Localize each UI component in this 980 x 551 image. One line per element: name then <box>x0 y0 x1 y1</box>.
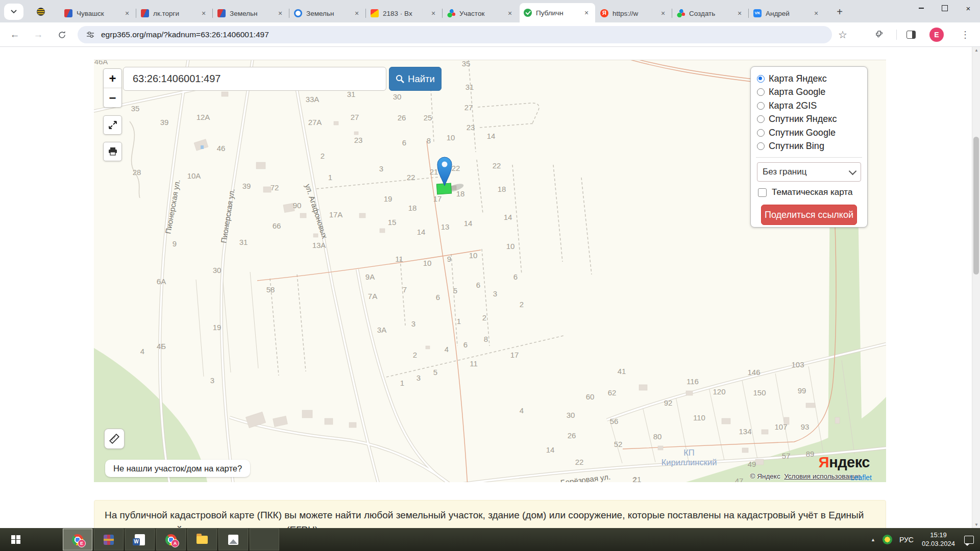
notification-center-icon[interactable] <box>964 536 974 544</box>
layer-option-Карта Яндекс[interactable]: Карта Яндекс <box>757 72 861 86</box>
parcel-number: 4 <box>520 406 524 415</box>
map-canvas[interactable]: 46А5353912А462810А3972906693113А17А33А27… <box>94 60 886 482</box>
parcel-number: 60 <box>586 392 595 401</box>
parcel-number: 41 <box>618 367 626 375</box>
parcel-number: 8 <box>484 335 488 343</box>
scrollbar-thumb[interactable] <box>973 137 979 274</box>
tab-close-icon[interactable]: × <box>122 9 132 18</box>
pinned-tab[interactable] <box>32 4 50 19</box>
taskbar-photos[interactable] <box>218 529 248 550</box>
leaflet-link[interactable]: Leaflet <box>850 473 872 482</box>
tab-Публичн[interactable]: Публичн× <box>520 3 595 22</box>
search-button[interactable]: Найти <box>389 67 442 91</box>
tab-search-button[interactable] <box>4 4 23 20</box>
bookmark-button[interactable]: ☆ <box>834 26 851 43</box>
tab-2183 · Вх[interactable]: 2183 · Вх× <box>366 4 442 22</box>
thematic-checkbox[interactable] <box>758 188 767 197</box>
parcel-number: 110 <box>693 413 705 422</box>
radio-icon[interactable] <box>757 129 765 137</box>
fullscreen-button[interactable] <box>103 115 122 135</box>
minimize-button[interactable] <box>910 0 933 16</box>
zoom-out-button[interactable]: − <box>103 88 122 108</box>
taskbar-chrome-e[interactable]: E <box>63 529 92 550</box>
parcel-number: 49 <box>748 460 756 468</box>
tab-Земельн[interactable]: Земельн× <box>213 4 289 22</box>
layer-option-Карта 2GIS[interactable]: Карта 2GIS <box>757 99 861 113</box>
forward-button[interactable]: → <box>30 26 47 43</box>
side-panel-button[interactable] <box>902 26 920 43</box>
language-indicator[interactable]: РУС <box>899 536 914 544</box>
radio-icon[interactable] <box>757 102 765 110</box>
layer-option-Спутник Bing[interactable]: Спутник Bing <box>757 140 861 154</box>
tab-Земельн[interactable]: Земельн× <box>290 4 365 22</box>
clock[interactable]: 15:19 02.03.2024 <box>922 531 955 548</box>
parcel-number: 31 <box>239 238 248 246</box>
tab-https://w[interactable]: https://w× <box>596 4 672 22</box>
tab-close-icon[interactable]: × <box>429 9 438 18</box>
layer-option-Спутник Яндекс[interactable]: Спутник Яндекс <box>757 113 861 127</box>
radio-icon[interactable] <box>757 115 765 123</box>
tab-close-icon[interactable]: × <box>582 8 591 17</box>
back-button[interactable]: ← <box>6 26 23 43</box>
layer-option-Карта Google[interactable]: Карта Google <box>757 86 861 99</box>
tray-date: 02.03.2024 <box>922 540 955 548</box>
profile-button[interactable]: E <box>928 26 945 43</box>
tab-close-icon[interactable]: × <box>735 9 744 18</box>
thematic-map-row[interactable]: Тематическая карта <box>757 187 861 197</box>
search-input[interactable] <box>123 67 386 91</box>
tab-close-icon[interactable]: × <box>505 9 514 18</box>
terms-link[interactable]: Условия использования <box>784 472 861 480</box>
word-icon <box>135 534 145 545</box>
zoom-in-button[interactable]: + <box>103 68 122 88</box>
share-link-button[interactable]: Поделиться ссылкой <box>761 205 857 225</box>
not-found-button[interactable]: Не нашли участок/дом на карте? <box>105 460 250 477</box>
parcel-number: 10А <box>187 171 201 180</box>
parcel-number: 19 <box>213 323 222 332</box>
borders-select[interactable]: Без границ <box>757 162 861 182</box>
taskbar-chrome-a[interactable]: A <box>156 529 186 550</box>
radio-icon[interactable] <box>757 142 765 150</box>
tab-close-icon[interactable]: × <box>352 9 361 18</box>
profile-badge: E <box>78 539 86 547</box>
radio-icon[interactable] <box>757 75 765 83</box>
reload-button[interactable] <box>53 26 70 43</box>
parcel-number: 30 <box>567 411 575 419</box>
taskbar-yandex-browser[interactable] <box>32 529 61 550</box>
tab-Участок[interactable]: Участок× <box>443 4 519 22</box>
taskbar-yandex-maps[interactable] <box>250 529 279 550</box>
start-button[interactable] <box>4 528 28 551</box>
menu-button[interactable]: ⋮ <box>957 26 974 43</box>
page-scrollbar[interactable]: ▲ ▼ <box>972 47 980 528</box>
parcel-number: 47 <box>735 477 744 483</box>
radio-icon[interactable] <box>757 88 765 96</box>
tab-close-icon[interactable]: × <box>812 9 821 18</box>
layer-option-Спутник Google[interactable]: Спутник Google <box>757 126 861 140</box>
print-button[interactable] <box>103 142 122 161</box>
tab-лк.торги[interactable]: лк.торги× <box>137 4 212 22</box>
avatar: E <box>929 28 944 42</box>
tab-close-icon[interactable]: × <box>199 9 208 18</box>
tab-Создать[interactable]: Создать× <box>673 4 748 22</box>
tab-close-icon[interactable]: × <box>276 9 285 18</box>
extensions-button[interactable] <box>871 26 888 43</box>
tab-Чувашск[interactable]: Чувашск× <box>60 4 136 22</box>
radio-label: Карта 2GIS <box>769 101 817 111</box>
maximize-button[interactable] <box>933 0 957 16</box>
new-tab-button[interactable]: + <box>832 4 847 19</box>
tab-label: Земельн <box>230 10 276 17</box>
parcel-number: 17 <box>433 194 442 203</box>
taskbar-word[interactable] <box>125 529 155 550</box>
tray-expand-icon[interactable]: ▲ <box>871 537 875 542</box>
parcel-number: 3А <box>377 325 386 334</box>
close-button[interactable]: × <box>957 0 980 16</box>
scroll-up-icon[interactable]: ▲ <box>972 48 980 53</box>
tab-close-icon[interactable]: × <box>658 9 668 18</box>
taskbar-explorer[interactable] <box>187 529 217 550</box>
antivirus-tray-icon[interactable] <box>883 535 892 544</box>
scroll-down-icon[interactable]: ▼ <box>972 522 980 527</box>
tab-Андрей[interactable]: Андрей× <box>749 4 825 22</box>
parcel-number: 72 <box>271 183 279 192</box>
address-bar[interactable]: egrp365.org/map/?kadnum=63:26:1406001:49… <box>78 26 832 43</box>
measure-button[interactable] <box>104 429 125 449</box>
taskbar-winrar[interactable] <box>94 529 124 550</box>
